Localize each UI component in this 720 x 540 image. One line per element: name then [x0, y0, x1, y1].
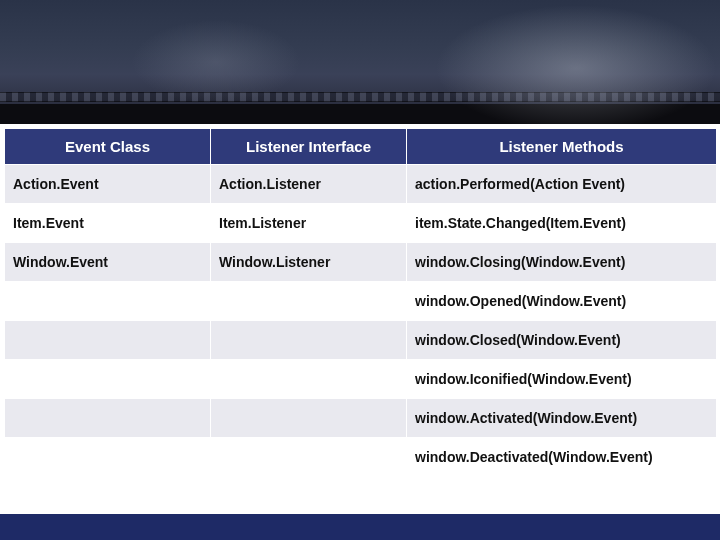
header-event-class: Event Class — [5, 129, 211, 165]
banner-bottom-bar — [0, 104, 720, 124]
table-row: Action.Event Action.Listener action.Perf… — [5, 165, 717, 204]
header-listener-interface: Listener Interface — [211, 129, 407, 165]
cell-listener-interface: Window.Listener — [211, 243, 407, 282]
table-row: window.Opened(Window.Event) — [5, 282, 717, 321]
cell-event-class — [5, 321, 211, 360]
cell-event-class — [5, 360, 211, 399]
cell-event-class: Action.Event — [5, 165, 211, 204]
cell-event-class — [5, 282, 211, 321]
banner-strip — [0, 92, 720, 102]
cell-listener-interface: Action.Listener — [211, 165, 407, 204]
cell-listener-method: window.Deactivated(Window.Event) — [407, 438, 717, 477]
cell-listener-method: window.Opened(Window.Event) — [407, 282, 717, 321]
cell-listener-method: action.Performed(Action Event) — [407, 165, 717, 204]
cell-listener-method: window.Closing(Window.Event) — [407, 243, 717, 282]
cell-listener-method: window.Iconified(Window.Event) — [407, 360, 717, 399]
event-table: Event Class Listener Interface Listener … — [4, 128, 717, 477]
table-row: window.Iconified(Window.Event) — [5, 360, 717, 399]
banner-image — [0, 0, 720, 124]
table-row: window.Closed(Window.Event) — [5, 321, 717, 360]
table-header-row: Event Class Listener Interface Listener … — [5, 129, 717, 165]
cell-event-class — [5, 399, 211, 438]
footer-bar — [0, 514, 720, 540]
cell-listener-interface — [211, 321, 407, 360]
table-row: Item.Event Item.Listener item.State.Chan… — [5, 204, 717, 243]
cell-listener-method: item.State.Changed(Item.Event) — [407, 204, 717, 243]
cell-listener-interface — [211, 399, 407, 438]
cell-event-class — [5, 438, 211, 477]
table-row: window.Activated(Window.Event) — [5, 399, 717, 438]
cell-event-class: Item.Event — [5, 204, 211, 243]
cell-event-class: Window.Event — [5, 243, 211, 282]
cell-listener-interface: Item.Listener — [211, 204, 407, 243]
cell-listener-interface — [211, 282, 407, 321]
cell-listener-interface — [211, 360, 407, 399]
slide: Event Class Listener Interface Listener … — [0, 0, 720, 540]
table-row: window.Deactivated(Window.Event) — [5, 438, 717, 477]
header-listener-methods: Listener Methods — [407, 129, 717, 165]
cell-listener-method: window.Closed(Window.Event) — [407, 321, 717, 360]
cell-listener-interface — [211, 438, 407, 477]
table-row: Window.Event Window.Listener window.Clos… — [5, 243, 717, 282]
cell-listener-method: window.Activated(Window.Event) — [407, 399, 717, 438]
